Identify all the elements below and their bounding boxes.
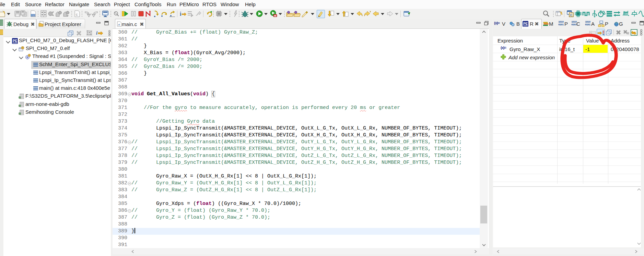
- svg-text:PE: PE: [13, 39, 17, 43]
- svg-text:010: 010: [31, 14, 35, 16]
- svg-text:c: c: [76, 12, 78, 16]
- svg-text:i: i: [180, 11, 182, 17]
- svg-text:.c: .c: [118, 23, 120, 26]
- svg-text:DMA: DMA: [624, 13, 630, 15]
- svg-text:i: i: [96, 30, 98, 36]
- svg-text:PE: PE: [523, 22, 528, 26]
- svg-text:C: C: [570, 13, 573, 17]
